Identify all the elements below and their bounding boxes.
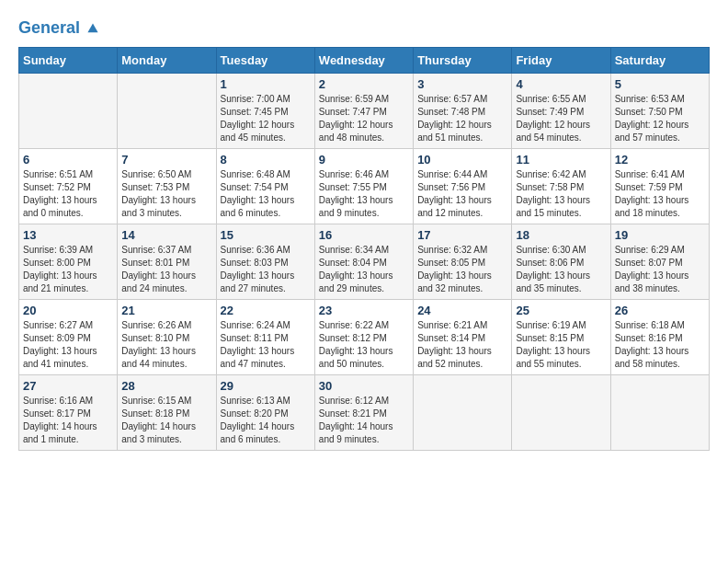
- day-info: Sunrise: 6:46 AMSunset: 7:55 PMDaylight:…: [319, 168, 409, 220]
- logo-general: General: [18, 18, 80, 37]
- calendar-cell: 4Sunrise: 6:55 AMSunset: 7:49 PMDaylight…: [512, 74, 610, 149]
- calendar-week-2: 6Sunrise: 6:51 AMSunset: 7:52 PMDaylight…: [19, 149, 710, 224]
- calendar-cell: 18Sunrise: 6:30 AMSunset: 8:06 PMDayligh…: [512, 224, 610, 300]
- day-info: Sunrise: 6:22 AMSunset: 8:12 PMDaylight:…: [319, 319, 409, 371]
- day-number: 28: [121, 379, 211, 393]
- logo-text: General: [18, 18, 99, 38]
- calendar-cell: 8Sunrise: 6:48 AMSunset: 7:54 PMDaylight…: [216, 149, 314, 224]
- calendar-cell: 15Sunrise: 6:36 AMSunset: 8:03 PMDayligh…: [216, 224, 314, 300]
- day-info: Sunrise: 6:19 AMSunset: 8:15 PMDaylight:…: [516, 319, 606, 371]
- day-info: Sunrise: 6:29 AMSunset: 8:07 PMDaylight:…: [615, 244, 705, 295]
- calendar-cell: 22Sunrise: 6:24 AMSunset: 8:11 PMDayligh…: [216, 300, 314, 375]
- calendar-week-5: 27Sunrise: 6:16 AMSunset: 8:17 PMDayligh…: [19, 375, 710, 451]
- day-info: Sunrise: 6:12 AMSunset: 8:21 PMDaylight:…: [319, 395, 409, 446]
- calendar-cell: 6Sunrise: 6:51 AMSunset: 7:52 PMDaylight…: [19, 149, 118, 224]
- day-number: 14: [121, 228, 211, 242]
- calendar-cell: 27Sunrise: 6:16 AMSunset: 8:17 PMDayligh…: [19, 375, 118, 451]
- day-number: 11: [516, 153, 606, 167]
- calendar-cell: 17Sunrise: 6:32 AMSunset: 8:05 PMDayligh…: [414, 224, 512, 300]
- day-info: Sunrise: 6:27 AMSunset: 8:09 PMDaylight:…: [23, 319, 113, 371]
- day-info: Sunrise: 6:15 AMSunset: 8:18 PMDaylight:…: [121, 395, 211, 446]
- calendar-cell: 16Sunrise: 6:34 AMSunset: 8:04 PMDayligh…: [314, 224, 413, 300]
- logo: General: [18, 18, 99, 38]
- calendar-cell: [118, 74, 216, 149]
- calendar-cell: 9Sunrise: 6:46 AMSunset: 7:55 PMDaylight…: [314, 149, 413, 224]
- calendar-cell: 23Sunrise: 6:22 AMSunset: 8:12 PMDayligh…: [314, 300, 413, 375]
- day-info: Sunrise: 6:48 AMSunset: 7:54 PMDaylight:…: [221, 168, 311, 220]
- calendar-cell: [610, 375, 709, 451]
- calendar-cell: 25Sunrise: 6:19 AMSunset: 8:15 PMDayligh…: [512, 300, 610, 375]
- day-info: Sunrise: 6:30 AMSunset: 8:06 PMDaylight:…: [516, 244, 606, 295]
- day-number: 23: [319, 304, 409, 317]
- day-number: 16: [319, 228, 409, 242]
- day-info: Sunrise: 7:00 AMSunset: 7:45 PMDaylight:…: [221, 93, 311, 144]
- page-header: General: [18, 18, 710, 38]
- calendar-cell: 14Sunrise: 6:37 AMSunset: 8:01 PMDayligh…: [118, 224, 216, 300]
- calendar-week-1: 1Sunrise: 7:00 AMSunset: 7:45 PMDaylight…: [19, 74, 710, 149]
- calendar-cell: 12Sunrise: 6:41 AMSunset: 7:59 PMDayligh…: [610, 149, 709, 224]
- day-number: 2: [319, 77, 409, 91]
- header-thursday: Thursday: [414, 48, 512, 74]
- logo-icon: [86, 22, 99, 35]
- day-number: 25: [516, 304, 606, 317]
- day-info: Sunrise: 6:24 AMSunset: 8:11 PMDaylight:…: [221, 319, 311, 371]
- header-friday: Friday: [512, 48, 610, 74]
- day-number: 24: [417, 304, 507, 317]
- calendar-cell: 19Sunrise: 6:29 AMSunset: 8:07 PMDayligh…: [610, 224, 709, 300]
- day-number: 13: [23, 228, 113, 242]
- day-number: 18: [516, 228, 606, 242]
- calendar-cell: 24Sunrise: 6:21 AMSunset: 8:14 PMDayligh…: [414, 300, 512, 375]
- day-info: Sunrise: 6:18 AMSunset: 8:16 PMDaylight:…: [615, 319, 705, 371]
- calendar-cell: [414, 375, 512, 451]
- calendar-cell: [512, 375, 610, 451]
- svg-marker-0: [87, 24, 97, 33]
- day-number: 12: [615, 153, 705, 167]
- day-info: Sunrise: 6:21 AMSunset: 8:14 PMDaylight:…: [417, 319, 507, 371]
- day-number: 17: [417, 228, 507, 242]
- day-number: 4: [516, 77, 606, 91]
- header-monday: Monday: [118, 48, 216, 74]
- calendar-cell: 20Sunrise: 6:27 AMSunset: 8:09 PMDayligh…: [19, 300, 118, 375]
- calendar-cell: 30Sunrise: 6:12 AMSunset: 8:21 PMDayligh…: [314, 375, 413, 451]
- calendar-cell: 11Sunrise: 6:42 AMSunset: 7:58 PMDayligh…: [512, 149, 610, 224]
- calendar-cell: 5Sunrise: 6:53 AMSunset: 7:50 PMDaylight…: [610, 74, 709, 149]
- calendar-cell: 21Sunrise: 6:26 AMSunset: 8:10 PMDayligh…: [118, 300, 216, 375]
- day-number: 9: [319, 153, 409, 167]
- day-number: 20: [23, 304, 113, 317]
- day-number: 6: [23, 153, 113, 167]
- day-info: Sunrise: 6:32 AMSunset: 8:05 PMDaylight:…: [417, 244, 507, 295]
- day-info: Sunrise: 6:34 AMSunset: 8:04 PMDaylight:…: [319, 244, 409, 295]
- day-info: Sunrise: 6:41 AMSunset: 7:59 PMDaylight:…: [615, 168, 705, 220]
- calendar-cell: [19, 74, 118, 149]
- day-number: 3: [417, 77, 507, 91]
- day-number: 7: [121, 153, 211, 167]
- day-info: Sunrise: 6:51 AMSunset: 7:52 PMDaylight:…: [23, 168, 113, 220]
- day-number: 15: [221, 228, 311, 242]
- day-info: Sunrise: 6:44 AMSunset: 7:56 PMDaylight:…: [417, 168, 507, 220]
- day-info: Sunrise: 6:37 AMSunset: 8:01 PMDaylight:…: [121, 244, 211, 295]
- calendar-cell: 28Sunrise: 6:15 AMSunset: 8:18 PMDayligh…: [118, 375, 216, 451]
- calendar-cell: 2Sunrise: 6:59 AMSunset: 7:47 PMDaylight…: [314, 74, 413, 149]
- header-sunday: Sunday: [19, 48, 118, 74]
- header-tuesday: Tuesday: [216, 48, 314, 74]
- calendar-header-row: SundayMondayTuesdayWednesdayThursdayFrid…: [19, 48, 710, 74]
- header-wednesday: Wednesday: [314, 48, 413, 74]
- day-info: Sunrise: 6:42 AMSunset: 7:58 PMDaylight:…: [516, 168, 606, 220]
- day-info: Sunrise: 6:36 AMSunset: 8:03 PMDaylight:…: [221, 244, 311, 295]
- day-info: Sunrise: 6:53 AMSunset: 7:50 PMDaylight:…: [615, 93, 705, 144]
- calendar-cell: 1Sunrise: 7:00 AMSunset: 7:45 PMDaylight…: [216, 74, 314, 149]
- header-saturday: Saturday: [610, 48, 709, 74]
- day-info: Sunrise: 6:59 AMSunset: 7:47 PMDaylight:…: [319, 93, 409, 144]
- day-number: 21: [121, 304, 211, 317]
- day-number: 27: [23, 379, 113, 393]
- day-number: 19: [615, 228, 705, 242]
- calendar-week-3: 13Sunrise: 6:39 AMSunset: 8:00 PMDayligh…: [19, 224, 710, 300]
- day-info: Sunrise: 6:39 AMSunset: 8:00 PMDaylight:…: [23, 244, 113, 295]
- calendar-cell: 3Sunrise: 6:57 AMSunset: 7:48 PMDaylight…: [414, 74, 512, 149]
- calendar-cell: 29Sunrise: 6:13 AMSunset: 8:20 PMDayligh…: [216, 375, 314, 451]
- calendar-cell: 13Sunrise: 6:39 AMSunset: 8:00 PMDayligh…: [19, 224, 118, 300]
- day-number: 26: [615, 304, 705, 317]
- calendar-cell: 7Sunrise: 6:50 AMSunset: 7:53 PMDaylight…: [118, 149, 216, 224]
- calendar-cell: 10Sunrise: 6:44 AMSunset: 7:56 PMDayligh…: [414, 149, 512, 224]
- day-number: 30: [319, 379, 409, 393]
